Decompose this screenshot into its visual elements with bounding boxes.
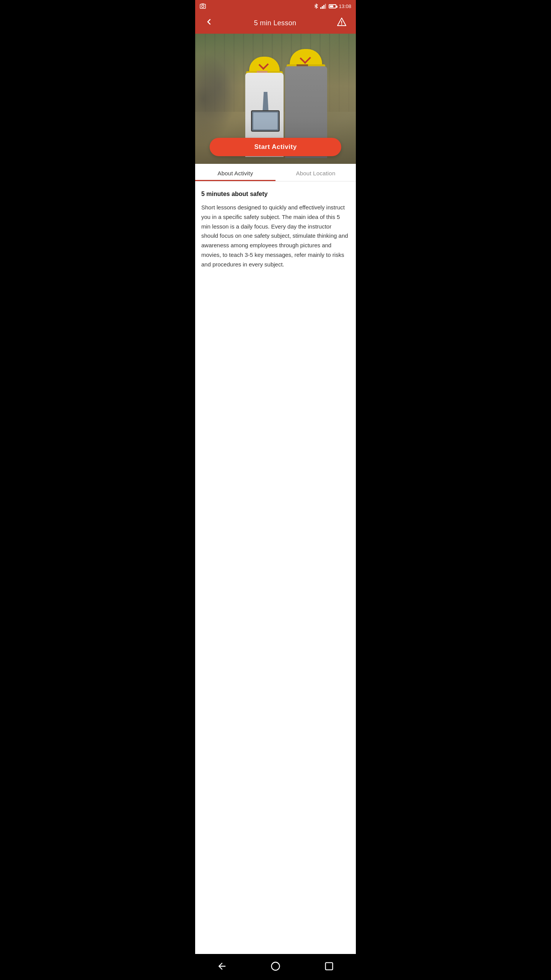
status-bar: 13:08: [195, 0, 356, 12]
svg-point-1: [202, 5, 204, 8]
svg-rect-2: [320, 7, 321, 9]
status-right: 13:08: [314, 3, 351, 9]
svg-point-8: [272, 962, 280, 970]
svg-point-7: [341, 24, 342, 25]
home-nav-button[interactable]: [262, 958, 289, 975]
back-arrow-icon: [204, 17, 214, 26]
content-area: 5 minutes about safety Short lessons des…: [195, 181, 356, 335]
bottom-nav: [195, 954, 356, 980]
svg-rect-0: [200, 4, 205, 8]
tab-about-location[interactable]: About Location: [276, 164, 356, 181]
home-nav-icon: [270, 961, 281, 972]
warning-button[interactable]: [334, 14, 350, 32]
hardhat-right-logo: [300, 52, 311, 64]
svg-rect-3: [322, 6, 323, 9]
back-button[interactable]: [201, 14, 217, 32]
content-heading: 5 minutes about safety: [201, 191, 350, 198]
svg-rect-5: [325, 4, 326, 9]
recent-nav-button[interactable]: [316, 958, 342, 975]
page-title: 5 min Lesson: [254, 19, 297, 27]
battery-fill: [330, 5, 333, 7]
tabs-container: About Activity About Location: [195, 164, 356, 181]
signal-bars-icon: [320, 4, 326, 9]
recent-nav-icon: [324, 961, 334, 972]
start-activity-button[interactable]: Start Activity: [210, 138, 341, 156]
status-left: [200, 3, 206, 9]
battery-icon: [329, 4, 336, 8]
photo-icon: [200, 3, 206, 9]
svg-rect-9: [326, 963, 333, 970]
hardhat-left-logo: [259, 60, 269, 70]
bluetooth-icon: [314, 3, 318, 9]
top-nav: 5 min Lesson: [195, 12, 356, 34]
warning-icon: [337, 17, 347, 26]
content-body: Short lessons designed to quickly and ef…: [201, 203, 350, 269]
hero-image-container: Start Activity: [195, 34, 356, 164]
svg-rect-4: [323, 5, 324, 9]
back-nav-icon: [217, 961, 227, 972]
page-wrapper: 13:08 5 min Lesson: [195, 0, 356, 980]
back-nav-button[interactable]: [209, 958, 235, 975]
status-time: 13:08: [339, 3, 351, 9]
tab-about-activity[interactable]: About Activity: [195, 164, 276, 181]
